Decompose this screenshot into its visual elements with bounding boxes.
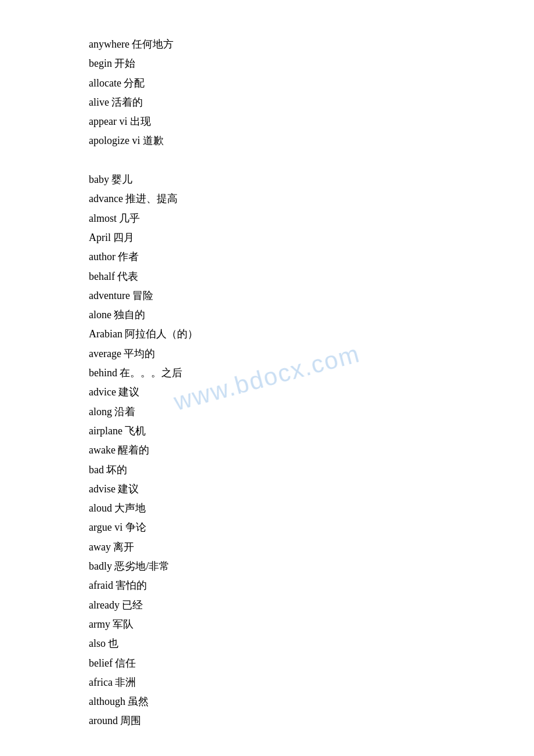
word-item: behind 在。。。之后: [89, 363, 534, 383]
word-item: also 也: [89, 634, 534, 653]
word-item: belief 信任: [89, 654, 534, 673]
word-item: author 作者: [89, 247, 534, 267]
word-item: aloud 大声地: [89, 499, 534, 518]
word-item: around 周围: [89, 711, 534, 730]
word-item: awake 醒着的: [89, 441, 534, 460]
word-item: alone 独自的: [89, 305, 534, 325]
word-item: although 虽然: [89, 692, 534, 711]
word-item: bad 坏的: [89, 460, 534, 480]
word-list: anywhere 任何地方begin 开始allocate 分配alive 活着…: [89, 35, 534, 731]
word-item: airplane 飞机: [89, 422, 534, 441]
word-item: allocate 分配: [89, 74, 534, 93]
word-item: baby 婴儿: [89, 170, 534, 189]
word-item: behalf 代表: [89, 267, 534, 286]
word-item: alive 活着的: [89, 93, 534, 112]
word-item: anywhere 任何地方: [89, 35, 534, 54]
word-item: advise 建议: [89, 480, 534, 499]
word-item: army 军队: [89, 615, 534, 634]
word-item: already 已经: [89, 596, 534, 615]
word-item: almost 几乎: [89, 209, 534, 228]
word-item: along 沿着: [89, 402, 534, 422]
word-item: advice 建议: [89, 383, 534, 402]
word-item: away 离开: [89, 538, 534, 557]
word-item: argue vi 争论: [89, 518, 534, 537]
word-item: apologize vi 道歉: [89, 131, 534, 150]
word-item: advance 推进、提高: [89, 189, 534, 208]
word-item: adventure 冒险: [89, 286, 534, 305]
word-item: badly 恶劣地/非常: [89, 557, 534, 576]
word-item: africa 非洲: [89, 673, 534, 692]
word-item: April 四月: [89, 228, 534, 247]
blank-line: [89, 151, 534, 170]
word-item: Arabian 阿拉伯人（的）: [89, 325, 534, 344]
word-item: average 平均的: [89, 344, 534, 363]
word-item: begin 开始: [89, 54, 534, 73]
word-item: afraid 害怕的: [89, 576, 534, 595]
word-item: appear vi 出现: [89, 112, 534, 131]
